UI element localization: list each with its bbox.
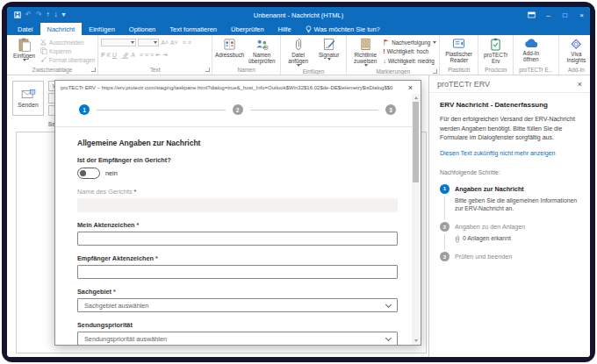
paintbrush-icon: [40, 56, 47, 63]
court-question-label: Ist der Empfänger ein Gericht?: [77, 156, 398, 164]
bullet-list-icon[interactable]: ≡: [183, 39, 186, 46]
taskpane-close-icon[interactable]: ×: [578, 80, 582, 89]
save-icon[interactable]: [14, 11, 21, 18]
move-down-icon[interactable]: ↓: [54, 11, 57, 18]
signature-icon: [323, 38, 335, 51]
dropdown-caret-icon: [131, 41, 134, 44]
tab-text-formatieren[interactable]: Text formatieren: [162, 23, 224, 35]
scrollbar-thumb[interactable]: [413, 102, 419, 182]
plastischer-reader-button[interactable]: Plastischer Reader: [442, 37, 475, 63]
nachverfolgung-button[interactable]: Nachverfolgung: [383, 39, 436, 46]
senden-button[interactable]: Senden: [12, 81, 44, 116]
step-1-circle[interactable]: 1: [79, 104, 90, 115]
shrink-font-icon[interactable]: A˅: [170, 39, 178, 46]
underline-button[interactable]: U: [112, 52, 117, 58]
group-label-procicon: ProcIcon: [485, 67, 507, 73]
bold-button[interactable]: F: [101, 52, 104, 58]
viva-insights-icon: [570, 38, 582, 50]
font-size-select[interactable]: [138, 39, 159, 46]
increase-indent-icon[interactable]: ⇥: [162, 52, 168, 58]
richtlinie-zuweisen-button[interactable]: Richtlinie zuweisen: [349, 37, 381, 67]
dialog-body: 1 2 3 Allgemeine Angaben zur Nachricht I…: [55, 94, 421, 345]
step-2-title: Angaben zu den Anlagen: [455, 222, 579, 232]
italic-button[interactable]: K: [106, 52, 111, 58]
wizard-stepper: 1 2 3: [79, 104, 396, 115]
group-label-einfuegen: Einfügen: [303, 68, 325, 75]
protectr-erv-button[interactable]: proTECTr Erv: [481, 37, 510, 64]
dialog-launcher-icon[interactable]: [205, 68, 210, 72]
scroll-up-icon[interactable]: [414, 96, 418, 99]
tab-nachricht[interactable]: Nachricht: [40, 23, 83, 35]
subject-area-select[interactable]: Sachgebiet auswählen: [77, 298, 398, 312]
cut-button[interactable]: Ausschneiden: [40, 39, 95, 46]
workspace: Senden Von An... Cc... Betreff proTECTr …: [7, 75, 590, 357]
clipboard-icon: [18, 38, 31, 52]
undo-icon[interactable]: ↶: [25, 11, 32, 18]
dismiss-text-link[interactable]: Diesen Text zukünftig nicht mehr anzeige…: [440, 150, 579, 156]
tab-hilfe[interactable]: Hilfe: [271, 23, 298, 35]
group-label-plastisch: Plastisch: [448, 67, 470, 73]
address-book-icon: [223, 38, 236, 51]
paste-button[interactable]: Einfügen: [10, 37, 39, 61]
dialog-scrollbar[interactable]: [412, 94, 420, 345]
protectr-taskpane: proTECTr ERV × ERV Nachricht - Datenerfa…: [428, 75, 590, 357]
redo-icon[interactable]: ↷: [36, 11, 42, 18]
group-label-addin: Add-In: [568, 67, 585, 73]
wichtigkeit-niedrig-button[interactable]: ↓ Wichtigkeit: niedrig: [383, 57, 436, 65]
copy-button[interactable]: Kopieren: [40, 47, 95, 54]
ribbon-group-markierungen: Richtlinie zuweisen Nachverfolgung ! Wic…: [347, 35, 440, 75]
tab-optionen[interactable]: Optionen: [122, 23, 162, 35]
screenshot-frame: ↶ ↷ ↑ ↓ ▾ Unbenannt - Nachricht (HTML) –…: [2, 2, 595, 362]
adressbuch-button[interactable]: Adressbuch: [215, 37, 244, 58]
viva-insights-button[interactable]: Viva Insights: [562, 37, 590, 63]
tab-datei[interactable]: Datei: [11, 23, 40, 35]
recipient-reference-input[interactable]: [77, 265, 398, 279]
taskpane-step-3: 3 Prüfen und beenden: [440, 252, 579, 261]
step-3-badge: 3: [440, 252, 450, 261]
taskpane-title: proTECTr ERV: [437, 80, 578, 89]
dialog-heading: Allgemeine Angaben zur Nachricht: [77, 139, 398, 147]
step-2-circle[interactable]: 2: [233, 104, 243, 115]
highlight-icon[interactable]: [121, 52, 129, 59]
maximize-button[interactable]: □: [557, 7, 573, 23]
close-button[interactable]: ×: [573, 7, 590, 23]
namen-ueberpruefen-button[interactable]: Namen überprüfen: [246, 37, 277, 64]
dialog-launcher-icon[interactable]: [91, 68, 96, 72]
align-center-icon[interactable]: ≡: [145, 52, 148, 58]
step-3-circle[interactable]: 3: [385, 104, 396, 115]
priority-select[interactable]: Sendungspriorität auswählen: [77, 332, 398, 345]
outlook-window: ↶ ↷ ↑ ↓ ▾ Unbenannt - Nachricht (HTML) –…: [7, 7, 590, 357]
group-label-namen: Namen: [238, 67, 255, 73]
ribbon-group-addin: Viva Insights Add-In: [559, 35, 590, 75]
move-up-icon[interactable]: ↑: [46, 11, 49, 18]
dialog-close-icon[interactable]: ×: [406, 83, 415, 92]
tab-einfuegen[interactable]: Einfügen: [82, 23, 122, 35]
my-reference-input[interactable]: [77, 232, 398, 246]
lightbulb-icon: [306, 25, 312, 33]
font-name-select[interactable]: [101, 39, 136, 46]
dialog-launcher-icon[interactable]: [433, 69, 437, 74]
tell-me-box[interactable]: Was möchten Sie tun?: [298, 23, 387, 35]
align-right-icon[interactable]: ≡: [150, 52, 154, 58]
dropdown-caret-icon: [23, 59, 26, 61]
format-painter-button[interactable]: Format übertragen: [40, 56, 95, 63]
customize-qat-icon[interactable]: ▾: [61, 11, 65, 18]
wichtigkeit-hoch-button[interactable]: ! Wichtigkeit: hoch: [383, 47, 436, 55]
minimize-button[interactable]: –: [540, 7, 557, 23]
protectr-clipboard-icon: [490, 38, 501, 51]
court-toggle[interactable]: [77, 168, 100, 179]
ribbon-display-options-icon[interactable]: [523, 7, 540, 23]
scroll-down-icon[interactable]: [414, 339, 418, 342]
align-left-icon[interactable]: ≡: [140, 52, 143, 58]
ribbon-group-text: A˄ A˅ ≡ ≡ F K U A ≡ ≡ ≡ ⇤ ⇥ T: [98, 35, 212, 75]
steps-label: Nachfolgende Schritte:: [440, 169, 579, 175]
signatur-button[interactable]: Signatur: [314, 37, 343, 61]
addin-oeffnen-button[interactable]: Add-In öffnen: [516, 37, 545, 62]
decrease-indent-icon[interactable]: ⇤: [155, 52, 161, 58]
font-color-icon[interactable]: A: [131, 52, 135, 58]
grow-font-icon[interactable]: A˄: [161, 39, 169, 46]
my-reference-label: Mein Aktenzeichen*: [77, 221, 398, 229]
datei-anfuegen-button[interactable]: Datei anfügen: [284, 37, 313, 67]
numbered-list-icon[interactable]: ≡: [188, 39, 191, 46]
tab-ueberpruefen[interactable]: Überprüfen: [224, 23, 271, 35]
